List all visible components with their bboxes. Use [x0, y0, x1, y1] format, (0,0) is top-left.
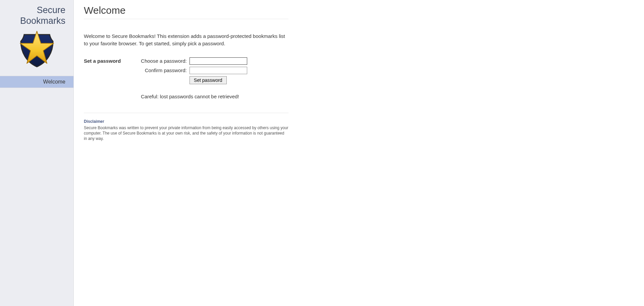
intro-text: Welcome to Secure Bookmarks! This extens… — [84, 33, 285, 47]
form-fields: Choose a password: Confirm password: Set… — [141, 57, 247, 109]
confirm-password-input[interactable] — [190, 67, 247, 74]
app-logo-wrap — [0, 27, 73, 76]
sidebar-nav: Welcome — [0, 76, 73, 88]
app-root: Secure Bookmarks — [0, 0, 644, 306]
set-password-button[interactable]: Set password — [190, 76, 227, 84]
confirm-password-label: Confirm password: — [141, 67, 187, 73]
form-heading: Set a password — [84, 57, 121, 109]
disclaimer-divider — [84, 113, 288, 113]
disclaimer-text: Secure Bookmarks was written to prevent … — [84, 125, 288, 142]
choose-password-label: Choose a password: — [141, 58, 187, 64]
sidebar: Secure Bookmarks — [0, 0, 74, 306]
password-warning: Careful: lost passwords cannot be retrie… — [141, 94, 247, 99]
shield-star-icon — [17, 29, 57, 70]
page-title: Welcome — [84, 5, 634, 16]
brand-line1: Secure — [37, 5, 65, 15]
main-content: Welcome Welcome to Secure Bookmarks! Thi… — [74, 0, 644, 306]
app-brand: Secure Bookmarks — [0, 0, 73, 27]
sidebar-item-welcome[interactable]: Welcome — [0, 76, 73, 88]
sidebar-item-label: Welcome — [43, 79, 65, 85]
brand-line2: Bookmarks — [20, 16, 65, 26]
password-form-section: Set a password Choose a password: Confir… — [84, 57, 325, 109]
choose-password-input[interactable] — [190, 57, 247, 65]
title-divider — [84, 19, 288, 19]
disclaimer-heading: Disclaimer — [84, 119, 634, 124]
